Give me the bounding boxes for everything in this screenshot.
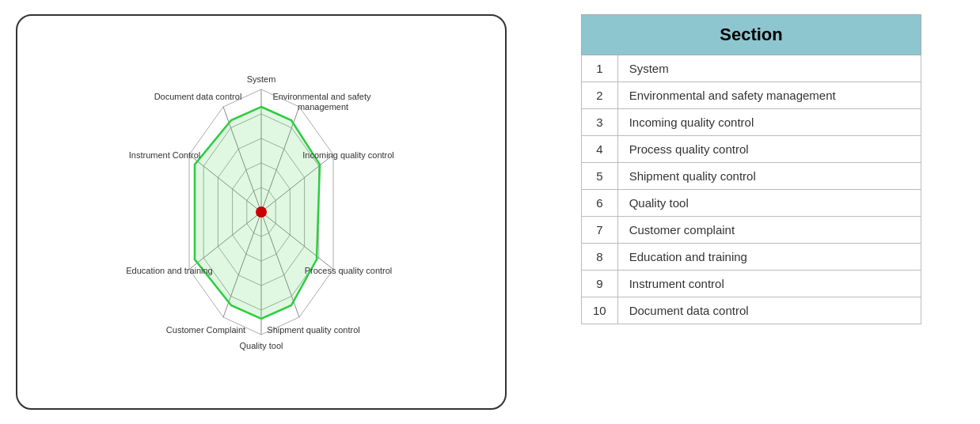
section-table-container: Section 1System2Environmental and safety…: [538, 14, 964, 410]
section-table: Section 1System2Environmental and safety…: [581, 14, 921, 324]
table-row-label: Document data control: [617, 297, 921, 324]
table-row: 4Process quality control: [582, 136, 921, 163]
table-row: 2Environmental and safety management: [582, 82, 921, 109]
table-row-label: Incoming quality control: [617, 109, 921, 136]
table-row-label: Quality tool: [617, 190, 921, 217]
table-row-label: System: [617, 55, 921, 82]
table-row-number: 7: [582, 217, 618, 244]
svg-text:Customer Complaint: Customer Complaint: [166, 325, 245, 335]
table-row-number: 6: [582, 190, 618, 217]
radar-center-dot: [256, 206, 267, 218]
table-row: 1System: [582, 55, 921, 82]
table-row: 5Shipment quality control: [582, 163, 921, 190]
svg-text:Shipment quality control: Shipment quality control: [267, 325, 359, 335]
table-row-label: Education and training: [617, 244, 921, 271]
table-row-number: 2: [582, 82, 618, 109]
table-row-number: 1: [582, 55, 618, 82]
svg-text:Incoming quality control: Incoming quality control: [302, 150, 394, 160]
table-row-number: 4: [582, 136, 618, 163]
table-row-label: Customer complaint: [617, 217, 921, 244]
radar-chart-container: .grid-line { stroke: #aaa; stroke-width:…: [16, 14, 507, 410]
table-row: 6Quality tool: [582, 190, 921, 217]
table-row-number: 9: [582, 271, 618, 297]
table-row-label: Process quality control: [617, 136, 921, 163]
svg-text:Document data control: Document data control: [154, 92, 242, 101]
table-row: 10Document data control: [582, 297, 921, 324]
table-row-number: 5: [582, 163, 618, 190]
table-row: 8Education and training: [582, 244, 921, 271]
svg-text:Quality tool: Quality tool: [239, 341, 283, 350]
svg-text:System: System: [247, 74, 276, 84]
table-row-number: 3: [582, 109, 618, 136]
table-row-number: 10: [582, 297, 618, 324]
table-row: 9Instrument control: [582, 271, 921, 297]
main-container: .grid-line { stroke: #aaa; stroke-width:…: [0, 0, 980, 424]
table-row-label: Environmental and safety management: [617, 82, 921, 109]
table-row-label: Shipment quality control: [617, 163, 921, 190]
table-row-label: Instrument control: [617, 271, 921, 297]
table-row-number: 8: [582, 244, 618, 271]
svg-text:Instrument Control: Instrument Control: [129, 150, 200, 160]
svg-text:Education and training: Education and training: [126, 266, 212, 275]
table-header: Section: [582, 15, 921, 55]
table-row: 7Customer complaint: [582, 217, 921, 244]
radar-chart-svg: .grid-line { stroke: #aaa; stroke-width:…: [32, 22, 491, 402]
svg-text:Process quality control: Process quality control: [305, 266, 393, 275]
table-row: 3Incoming quality control: [582, 109, 921, 136]
